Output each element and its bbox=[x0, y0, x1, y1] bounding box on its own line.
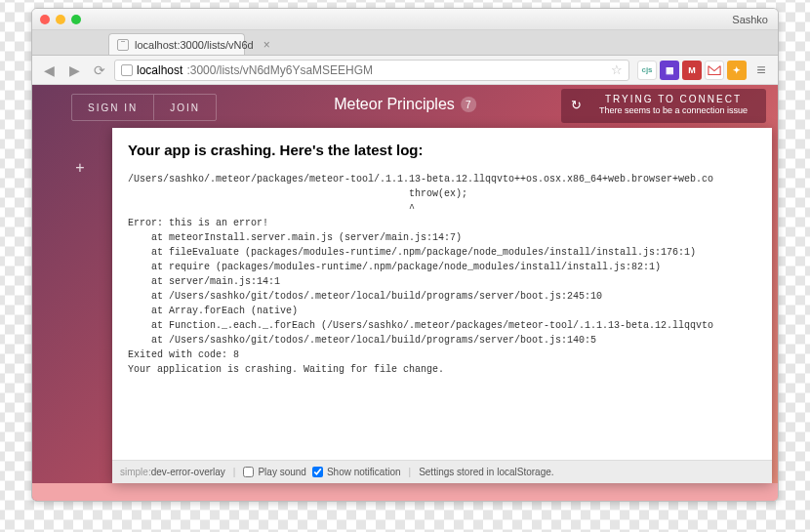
join-button[interactable]: JOIN bbox=[153, 95, 216, 120]
error-log: /Users/sashko/.meteor/packages/meteor-to… bbox=[112, 168, 772, 460]
chrome-menu-button[interactable]: ≡ bbox=[750, 60, 772, 81]
error-heading: Your app is crashing. Here's the latest … bbox=[112, 128, 772, 168]
app-topbar: SIGN IN JOIN Meteor Principles 7 ↻ TRYIN… bbox=[32, 85, 778, 124]
banner-subtitle: There seems to be a connection issue bbox=[592, 105, 754, 117]
browser-toolbar: ◀ ▶ ⟳ localhost:3000/lists/vN6dMy6YsaMSE… bbox=[32, 56, 778, 85]
site-info-icon[interactable] bbox=[121, 64, 133, 76]
show-notification-checkbox[interactable] bbox=[312, 467, 323, 477]
play-sound-checkbox[interactable] bbox=[243, 467, 254, 477]
window-titlebar: Sashko bbox=[32, 9, 778, 30]
browser-tab[interactable]: localhost:3000/lists/vN6d × bbox=[108, 33, 245, 55]
add-list-button[interactable]: + bbox=[71, 159, 89, 177]
separator: | bbox=[233, 467, 236, 477]
auth-buttons: SIGN IN JOIN bbox=[71, 94, 217, 121]
traffic-lights bbox=[40, 15, 81, 24]
extension-orange-icon[interactable]: ✦ bbox=[727, 61, 747, 80]
url-host: localhost bbox=[137, 63, 182, 77]
connection-banner[interactable]: ↻ TRYING TO CONNECT There seems to be a … bbox=[561, 89, 766, 123]
extension-cjs-icon[interactable]: cjs bbox=[637, 61, 657, 80]
show-notification-option[interactable]: Show notification bbox=[312, 467, 401, 477]
tab-strip: localhost:3000/lists/vN6d × bbox=[32, 30, 778, 56]
forward-button[interactable]: ▶ bbox=[63, 60, 85, 81]
browser-window: Sashko localhost:3000/lists/vN6d × ◀ ▶ ⟳… bbox=[31, 8, 779, 502]
extension-purple-icon[interactable]: ▦ bbox=[660, 61, 679, 80]
separator: | bbox=[409, 467, 412, 477]
retry-icon[interactable]: ↻ bbox=[571, 98, 582, 114]
count-badge: 7 bbox=[461, 97, 476, 112]
reload-button[interactable]: ⟳ bbox=[89, 60, 110, 81]
minimize-window-button[interactable] bbox=[56, 15, 65, 24]
storage-note: Settings stored in localStorage. bbox=[419, 467, 553, 477]
close-window-button[interactable] bbox=[40, 15, 50, 24]
sign-in-button[interactable]: SIGN IN bbox=[72, 95, 153, 120]
package-name: simple:dev-error-overlay bbox=[120, 467, 225, 477]
dev-error-overlay: Your app is crashing. Here's the latest … bbox=[112, 128, 772, 483]
show-notification-label: Show notification bbox=[327, 467, 401, 477]
chrome-profile-label[interactable]: Sashko bbox=[732, 14, 768, 25]
play-sound-label: Play sound bbox=[258, 467, 305, 477]
back-button[interactable]: ◀ bbox=[38, 60, 60, 81]
bookmark-star-icon[interactable]: ☆ bbox=[611, 62, 623, 77]
extension-m-icon[interactable]: M bbox=[682, 61, 702, 80]
page-content: SIGN IN JOIN Meteor Principles 7 ↻ TRYIN… bbox=[32, 85, 778, 501]
overlay-footer: simple:dev-error-overlay | Play sound Sh… bbox=[112, 460, 772, 483]
tab-title: localhost:3000/lists/vN6d bbox=[135, 39, 254, 51]
play-sound-option[interactable]: Play sound bbox=[243, 467, 305, 477]
banner-title: TRYING TO CONNECT bbox=[592, 93, 754, 105]
page-favicon-icon bbox=[117, 39, 129, 51]
close-tab-button[interactable]: × bbox=[263, 38, 270, 52]
page-title-wrap: Meteor Principles 7 bbox=[334, 96, 476, 113]
bottom-strip bbox=[32, 483, 778, 501]
extension-gmail-icon[interactable] bbox=[705, 61, 724, 80]
url-path: :3000/lists/vN6dMy6YsaMSEEHGM bbox=[186, 63, 373, 77]
address-bar[interactable]: localhost:3000/lists/vN6dMy6YsaMSEEHGM ☆ bbox=[114, 60, 629, 81]
extension-icons: cjs ▦ M ✦ bbox=[637, 61, 747, 80]
zoom-window-button[interactable] bbox=[71, 15, 81, 24]
page-title: Meteor Principles bbox=[334, 96, 455, 113]
